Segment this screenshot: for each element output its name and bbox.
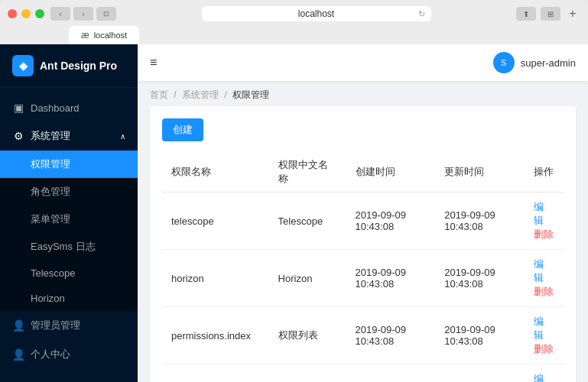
table-header-row: 权限名称 权限中文名称 创建时间 更新时间 bbox=[162, 152, 564, 193]
address-bar-container: localhost ↻ bbox=[122, 6, 510, 21]
avatar-text: S bbox=[501, 58, 506, 67]
easysms-label: EasySms 日志 bbox=[31, 241, 96, 252]
browser-chrome: ‹ › ⊡ localhost ↻ ⬆ ⊞ + æ localhost bbox=[0, 0, 588, 44]
horizon-label: Horizon bbox=[31, 293, 65, 304]
sidebar-item-menus[interactable]: 菜单管理 bbox=[0, 206, 138, 233]
breadcrumb: 首页 / 系统管理 / 权限管理 bbox=[138, 81, 588, 106]
col-header-cn-name: 权限中文名称 bbox=[269, 152, 346, 193]
menus-label: 菜单管理 bbox=[31, 213, 70, 225]
col-header-created: 创建时间 bbox=[346, 152, 436, 193]
breadcrumb-sep2: / bbox=[224, 89, 226, 100]
sidebar-toggle-icon[interactable]: ≡ bbox=[150, 56, 157, 70]
edit-button-1[interactable]: 编辑 bbox=[534, 258, 544, 283]
chevron-up-icon: ∧ bbox=[120, 132, 125, 141]
cell-name-3: permissions.store bbox=[162, 364, 269, 383]
delete-button-0[interactable]: 删除 bbox=[534, 228, 554, 240]
sidebar-item-label: 管理员管理 bbox=[31, 319, 80, 332]
cell-name-1: horizon bbox=[162, 250, 269, 307]
cell-cn-name-0: Telescope bbox=[269, 193, 346, 250]
content-card: 创建 权限名称 权限中文名称 创建时间 bbox=[150, 106, 576, 382]
window-toggle-button[interactable]: ⊡ bbox=[96, 7, 116, 21]
logo-text: Ant Design Pro bbox=[40, 60, 117, 72]
cell-action-2: 编辑 删除 bbox=[525, 307, 564, 364]
create-button[interactable]: 创建 bbox=[162, 118, 203, 141]
sidebar-item-telescope[interactable]: Telescope bbox=[0, 261, 138, 286]
traffic-lights bbox=[8, 9, 44, 18]
back-button[interactable]: ‹ bbox=[50, 7, 70, 21]
table-row: horizon Horizon 2019-09-09 10:43:08 2019… bbox=[162, 250, 564, 307]
header-left: ≡ bbox=[150, 56, 157, 70]
sidebar-item-easysms[interactable]: EasySms 日志 bbox=[0, 233, 138, 261]
sidebar-item-horizon[interactable]: Horizon bbox=[0, 286, 138, 311]
dashboard-icon: ▣ bbox=[12, 102, 24, 114]
table-row: permissions.store 创建权限 2019-09-09 10:43:… bbox=[162, 364, 564, 383]
tab-icon: æ bbox=[81, 30, 89, 40]
maximize-button[interactable] bbox=[35, 9, 44, 18]
breadcrumb-system[interactable]: 系统管理 bbox=[182, 89, 219, 100]
edit-button-3[interactable]: 编辑 bbox=[534, 373, 544, 382]
cell-action-3: 编辑 删除 bbox=[525, 364, 564, 383]
cell-name-0: telescope bbox=[162, 193, 269, 250]
cell-updated-3: 2019-09-09 10:43:08 bbox=[435, 364, 525, 383]
sidebar-item-admin[interactable]: 👤 管理员管理 bbox=[0, 311, 138, 340]
header-right: S super-admin bbox=[493, 52, 576, 73]
cell-cn-name-2: 权限列表 bbox=[269, 307, 346, 364]
breadcrumb-sep1: / bbox=[174, 89, 176, 100]
cell-updated-1: 2019-09-09 10:43:08 bbox=[435, 250, 525, 307]
permissions-label: 权限管理 bbox=[31, 158, 70, 170]
sidebar-menu: ▣ Dashboard ⚙ 系统管理 ∧ 权限管理 角色管理 菜单管理 bbox=[0, 88, 138, 382]
cell-created-1: 2019-09-09 10:43:08 bbox=[346, 250, 436, 307]
browser-tabs: æ localhost bbox=[8, 26, 580, 44]
breadcrumb-current: 权限管理 bbox=[232, 89, 269, 100]
add-tab-toolbar-button[interactable]: ⊞ bbox=[541, 7, 560, 21]
personal-icon: 👤 bbox=[12, 348, 24, 361]
sidebar-item-personal[interactable]: 👤 个人中心 bbox=[0, 340, 138, 369]
sidebar-item-system[interactable]: ⚙ 系统管理 ∧ bbox=[0, 121, 138, 151]
cell-created-3: 2019-09-09 10:43:08 bbox=[346, 364, 436, 383]
address-text: localhost bbox=[298, 8, 334, 19]
sidebar-logo: ◈ Ant Design Pro bbox=[0, 44, 138, 88]
cell-updated-2: 2019-09-09 10:43:08 bbox=[435, 307, 525, 364]
browser-titlebar: ‹ › ⊡ localhost ↻ ⬆ ⊞ + bbox=[8, 6, 580, 21]
roles-label: 角色管理 bbox=[31, 186, 70, 197]
content-area: 创建 权限名称 权限中文名称 创建时间 bbox=[138, 106, 588, 382]
edit-button-2[interactable]: 编辑 bbox=[534, 316, 544, 341]
logo-icon: ◈ bbox=[12, 55, 34, 76]
edit-button-0[interactable]: 编辑 bbox=[534, 201, 544, 226]
forward-button[interactable]: › bbox=[73, 7, 93, 21]
sidebar-item-label: 个人中心 bbox=[31, 348, 70, 361]
active-tab[interactable]: æ localhost bbox=[69, 26, 139, 44]
address-bar[interactable]: localhost ↻ bbox=[202, 6, 431, 21]
sidebar-item-label: 系统管理 bbox=[31, 129, 70, 143]
col-header-updated: 更新时间 bbox=[435, 152, 525, 193]
top-header: ≡ S super-admin bbox=[138, 44, 588, 81]
permissions-table: 权限名称 权限中文名称 创建时间 更新时间 bbox=[162, 152, 564, 382]
cell-created-2: 2019-09-09 10:43:08 bbox=[346, 307, 436, 364]
cell-action-1: 编辑 删除 bbox=[525, 250, 564, 307]
cell-cn-name-1: Horizon bbox=[269, 250, 346, 307]
new-tab-button[interactable]: + bbox=[565, 7, 580, 21]
username-label: super-admin bbox=[521, 57, 576, 69]
reload-icon[interactable]: ↻ bbox=[418, 9, 425, 19]
close-button[interactable] bbox=[8, 9, 17, 18]
system-submenu: 权限管理 角色管理 菜单管理 EasySms 日志 Telescope Hori… bbox=[0, 151, 138, 311]
delete-button-2[interactable]: 删除 bbox=[534, 343, 554, 354]
minimize-button[interactable] bbox=[21, 9, 31, 18]
sidebar-item-permissions[interactable]: 权限管理 bbox=[0, 151, 138, 178]
share-button[interactable]: ⬆ bbox=[516, 7, 536, 21]
delete-button-1[interactable]: 删除 bbox=[534, 286, 554, 297]
table-body: telescope Telescope 2019-09-09 10:43:08 … bbox=[162, 193, 564, 383]
sidebar-item-label: Dashboard bbox=[31, 102, 80, 114]
system-icon: ⚙ bbox=[12, 130, 24, 142]
breadcrumb-home[interactable]: 首页 bbox=[150, 89, 168, 100]
nav-buttons: ‹ › ⊡ bbox=[50, 7, 116, 21]
col-header-action: 操作 bbox=[525, 152, 564, 193]
cell-created-0: 2019-09-09 10:43:08 bbox=[346, 193, 436, 250]
sidebar-item-dashboard[interactable]: ▣ Dashboard bbox=[0, 94, 138, 121]
cell-updated-0: 2019-09-09 10:43:08 bbox=[435, 193, 525, 250]
telescope-label: Telescope bbox=[31, 267, 76, 279]
sidebar-item-roles[interactable]: 角色管理 bbox=[0, 178, 138, 206]
avatar: S bbox=[493, 52, 515, 73]
col-header-name: 权限名称 bbox=[162, 152, 269, 193]
table-row: telescope Telescope 2019-09-09 10:43:08 … bbox=[162, 193, 564, 250]
